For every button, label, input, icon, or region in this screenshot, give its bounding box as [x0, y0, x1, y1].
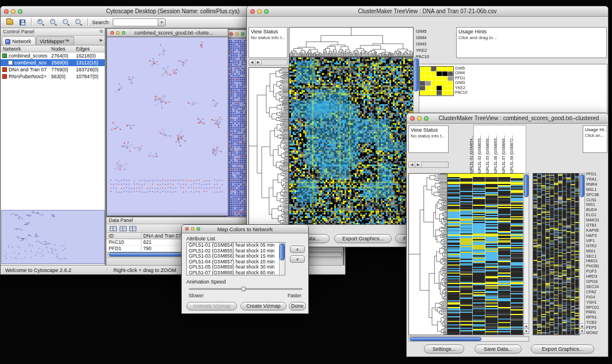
column-labels-rotated: GPL51-01 (GSM854...GPL51-02 (GSM855...GP… — [473, 125, 526, 173]
attribute-item[interactable]: GPL51-07 (GSM868) heat shock 60 min — [187, 270, 279, 275]
network-name: combined_scores — [9, 53, 50, 59]
maximize-button[interactable] — [264, 9, 269, 14]
scroll-down-icon[interactable]: ▼ — [524, 328, 529, 334]
network-list-item[interactable]: RNAPuberNov2+563(0)107847(0) — [1, 73, 105, 80]
vscrollbar-thumb[interactable] — [280, 243, 285, 260]
close-button[interactable] — [185, 227, 189, 231]
minimize-button[interactable] — [257, 9, 262, 14]
gene-label: HAP3 — [586, 233, 608, 239]
scroll-right-icon[interactable]: ▶ — [415, 162, 422, 167]
move-up-button[interactable]: ∧ — [290, 246, 305, 253]
birdseye-view-canvas[interactable] — [1, 210, 105, 264]
gene-label: NIS1 — [586, 202, 608, 208]
minimize-button[interactable] — [191, 227, 194, 231]
gene-label: RPO21 — [586, 305, 608, 311]
close-button[interactable] — [4, 9, 9, 14]
network-list-item[interactable]: combined_sco2569(6)13112(15) — [1, 59, 105, 66]
col-network: Network — [3, 46, 21, 52]
mini-hscrollbar[interactable]: ◀ ▶ — [408, 162, 449, 168]
secondary-vscrollbar[interactable]: ▲ ▼ — [579, 173, 585, 334]
network-name: RNAPuberNov2+ — [9, 74, 50, 79]
close-button[interactable] — [410, 116, 415, 121]
save-session-button[interactable] — [17, 18, 27, 27]
network-list-item[interactable]: combined_scores2764(0)16218(0) — [1, 52, 105, 59]
vscrollbar-thumb[interactable] — [524, 174, 529, 197]
minimize-button[interactable] — [235, 32, 239, 36]
secondary-heatmap-canvas[interactable] — [533, 173, 580, 335]
scroll-right-icon[interactable]: ▶ — [255, 60, 262, 65]
view-status-panel: View Status No status info t... — [408, 125, 449, 153]
cell-id: PAC10 — [109, 239, 124, 245]
done-button[interactable]: Done — [289, 302, 306, 311]
heatmap-canvas[interactable] — [289, 57, 414, 225]
attribute-editor-icon[interactable] — [129, 226, 136, 231]
dialog-titlebar[interactable]: Map Colors to Network — [182, 225, 308, 233]
gene-label: MSL1 — [586, 187, 608, 193]
attribute-table-icon[interactable] — [110, 226, 117, 231]
maximize-button[interactable] — [18, 9, 22, 14]
settings-button[interactable]: Settings... — [424, 344, 464, 354]
mini-hscrollbar[interactable]: ◀ ▶ — [248, 59, 288, 66]
scroll-up-icon[interactable]: ▲ — [524, 323, 529, 328]
scroll-down-icon[interactable]: ▼ — [580, 328, 584, 334]
heatmap-hscrollbar[interactable] — [408, 336, 529, 342]
open-session-button[interactable] — [5, 18, 14, 27]
hscrollbar-thumb[interactable] — [410, 337, 481, 341]
treeview1-titlebar[interactable]: ClusterMaker TreeView : DNA and Tran 07-… — [247, 6, 608, 17]
scroll-up-icon[interactable]: ▲ — [580, 323, 584, 328]
network-list-item[interactable]: DNA and Tran 077769(0)183728(0) — [1, 66, 105, 73]
save-data-button[interactable]: Save Data... — [475, 344, 522, 354]
column-dendrogram-canvas[interactable] — [289, 27, 414, 57]
tab-network[interactable]: Network — [2, 36, 36, 45]
network-canvas[interactable] — [107, 37, 228, 216]
minimize-button[interactable] — [417, 116, 422, 121]
slider-thumb[interactable] — [241, 286, 246, 292]
list-vscrollbar[interactable] — [279, 243, 285, 275]
attribute-listbox[interactable]: GPL51-01 (GSM854) heat shock 05 minGPL51… — [186, 242, 285, 275]
zoom-out-button[interactable]: − — [48, 18, 58, 27]
maximize-button[interactable] — [122, 31, 125, 35]
maximize-button[interactable] — [424, 116, 429, 121]
vscrollbar-thumb[interactable] — [580, 174, 584, 197]
gene-label: ELG1 — [586, 213, 608, 218]
move-down-button[interactable]: ∨ — [290, 255, 305, 263]
scroll-left-icon[interactable]: ◀ — [249, 60, 255, 65]
create-vizmap-button[interactable]: Create Vizmap — [240, 302, 286, 311]
search-input[interactable]: ▾ — [113, 18, 166, 26]
zoom-fit-button[interactable]: ▫ — [61, 18, 71, 27]
gene-label: YSH1 — [586, 300, 608, 305]
network-window-1-titlebar[interactable]: combined_scores_good.txt--cluste... — [107, 29, 228, 37]
minimize-button[interactable] — [11, 9, 16, 14]
row-dendrogram-canvas[interactable] — [248, 67, 289, 225]
close-button[interactable] — [250, 9, 255, 14]
float-panel-icon[interactable]: ⧉ — [100, 29, 103, 35]
export-graphics-button[interactable]: Export Graphics... — [334, 234, 392, 243]
select-attributes-icon[interactable] — [120, 226, 127, 231]
minimize-button[interactable] — [116, 31, 120, 35]
gene-label: RPN1 — [586, 315, 608, 320]
zoom-fit-icon: ▫ — [62, 18, 70, 26]
network-edges: 183728(0) — [76, 67, 98, 72]
animation-speed-slider[interactable] — [189, 288, 303, 290]
row-dendrogram-canvas[interactable] — [408, 173, 447, 335]
vscrollbar-thumb[interactable] — [414, 58, 419, 91]
close-button[interactable] — [230, 32, 233, 36]
maximize-button[interactable] — [241, 32, 244, 36]
scroll-left-icon[interactable]: ◀ — [409, 162, 415, 167]
treeview2-titlebar[interactable]: ClusterMaker TreeView : combined_scores_… — [407, 113, 608, 124]
animate-vizmap-button[interactable]: Animate Vizmap — [186, 302, 237, 311]
maximize-button[interactable] — [197, 227, 200, 231]
tab-vizmapper[interactable]: VizMapper™ — [36, 36, 74, 45]
zoom-selected-button[interactable]: ◦ — [74, 18, 83, 27]
zoom-in-button[interactable]: + — [36, 18, 45, 27]
usage-hints-text: Click and drag to... — [457, 35, 606, 41]
gene-label: GPI16 — [586, 279, 608, 285]
chevron-down-icon[interactable]: ▾ — [158, 19, 165, 26]
correlation-heatmap-canvas[interactable] — [419, 66, 454, 96]
heatmap-canvas[interactable] — [447, 173, 524, 335]
tab-vizmapper-label: VizMapper™ — [40, 39, 70, 44]
export-graphics-button[interactable]: Export Graphics... — [531, 344, 594, 354]
heatmap-vscrollbar[interactable]: ▲ ▼ — [523, 173, 529, 334]
tab-overflow-icon[interactable]: ▶ — [100, 38, 103, 43]
close-button[interactable] — [110, 31, 114, 35]
